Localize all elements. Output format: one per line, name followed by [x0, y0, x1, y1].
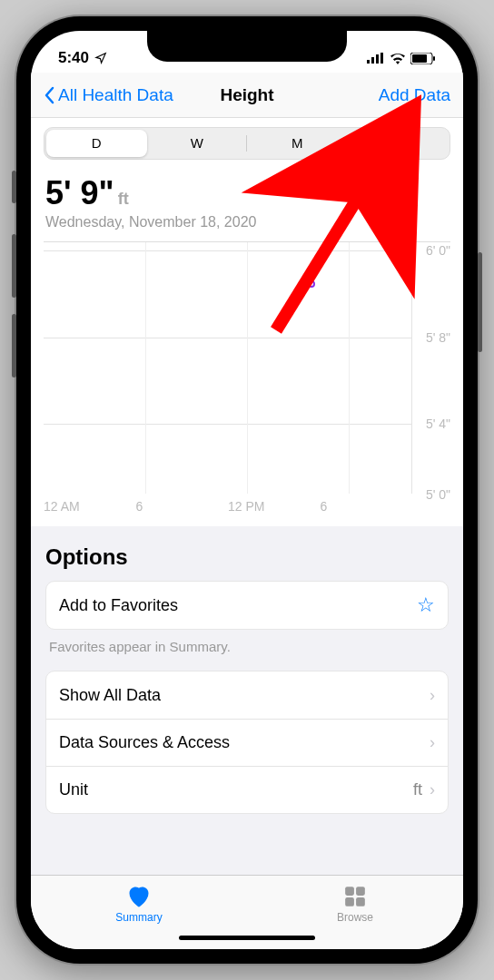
- favorites-hint: Favorites appear in Summary.: [49, 639, 445, 654]
- battery-icon: [410, 53, 436, 64]
- y-axis-label: 5' 0": [426, 487, 450, 502]
- unit-row[interactable]: Unit ft›: [46, 766, 448, 813]
- screen: 5:40 All Health Data: [31, 31, 463, 949]
- svg-rect-2: [376, 54, 379, 64]
- svg-rect-1: [371, 57, 374, 64]
- data-sources-row[interactable]: Data Sources & Access ›: [46, 719, 448, 766]
- options-heading: Options: [45, 544, 449, 570]
- power-button: [478, 252, 482, 352]
- status-time: 5:40: [58, 49, 89, 67]
- grid-icon: [343, 885, 367, 908]
- star-icon: ☆: [417, 593, 435, 617]
- tab-label: Summary: [115, 911, 162, 924]
- silence-switch: [12, 171, 16, 203]
- chevron-right-icon: ›: [430, 686, 435, 705]
- x-axis-labels: 12 AM 6 12 PM 6: [44, 499, 412, 514]
- row-label: Data Sources & Access: [59, 733, 230, 752]
- svg-rect-0: [367, 60, 370, 64]
- options-section: Options Add to Favorites ☆ Favorites app…: [31, 526, 463, 875]
- location-icon: [94, 52, 107, 64]
- heart-icon: [126, 885, 152, 908]
- content: D W M Y 5' 9"ft Wednesday, November 18, …: [31, 118, 463, 875]
- segment-day[interactable]: D: [46, 130, 147, 157]
- favorites-card: Add to Favorites ☆: [45, 581, 449, 630]
- back-button[interactable]: All Health Data: [44, 85, 173, 105]
- svg-rect-5: [412, 54, 427, 63]
- chevron-right-icon: ›: [430, 733, 435, 752]
- show-all-data-row[interactable]: Show All Data ›: [46, 671, 448, 719]
- add-to-favorites-row[interactable]: Add to Favorites ☆: [46, 582, 448, 629]
- nav-bar: All Health Data Height Add Data: [31, 73, 463, 118]
- options-card: Show All Data › Data Sources & Access › …: [45, 671, 449, 814]
- chevron-left-icon: [44, 86, 54, 104]
- home-indicator[interactable]: [179, 936, 315, 940]
- phone-frame: 5:40 All Health Data: [16, 16, 478, 964]
- add-data-button[interactable]: Add Data: [379, 85, 450, 105]
- value-date: Wednesday, November 18, 2020: [45, 214, 449, 230]
- back-label: All Health Data: [58, 85, 173, 105]
- chart[interactable]: 6' 0" 5' 8" 5' 4" 5' 0" 12 AM 6 12 PM 6: [44, 241, 450, 514]
- data-point: [308, 280, 315, 288]
- volume-down-button: [12, 314, 16, 377]
- y-axis-label: 5' 4": [426, 416, 450, 431]
- segment-week[interactable]: W: [147, 130, 248, 157]
- segment-month[interactable]: M: [247, 130, 348, 157]
- page-title: Height: [220, 85, 273, 105]
- row-label: Unit: [59, 780, 88, 799]
- time-range-segmented: D W M Y: [44, 127, 450, 160]
- svg-rect-10: [356, 897, 365, 906]
- segment-year[interactable]: Y: [348, 130, 449, 157]
- unit-value: ft: [413, 780, 422, 799]
- svg-rect-8: [356, 887, 365, 896]
- row-label: Show All Data: [59, 686, 161, 705]
- svg-rect-3: [380, 53, 383, 64]
- tab-label: Browse: [337, 911, 373, 924]
- value-display: 5' 9": [45, 174, 114, 211]
- wifi-icon: [390, 53, 406, 64]
- cellular-icon: [367, 53, 385, 64]
- svg-rect-6: [433, 56, 435, 61]
- svg-rect-9: [345, 897, 354, 906]
- chevron-right-icon: ›: [430, 780, 435, 799]
- y-axis-label: 5' 8": [426, 330, 450, 345]
- notch: [147, 31, 347, 62]
- value-unit: ft: [118, 190, 129, 208]
- svg-rect-7: [345, 887, 354, 896]
- volume-up-button: [12, 234, 16, 298]
- value-summary: 5' 9"ft Wednesday, November 18, 2020: [31, 160, 463, 230]
- row-label: Add to Favorites: [59, 596, 178, 615]
- y-axis-label: 6' 0": [426, 243, 450, 258]
